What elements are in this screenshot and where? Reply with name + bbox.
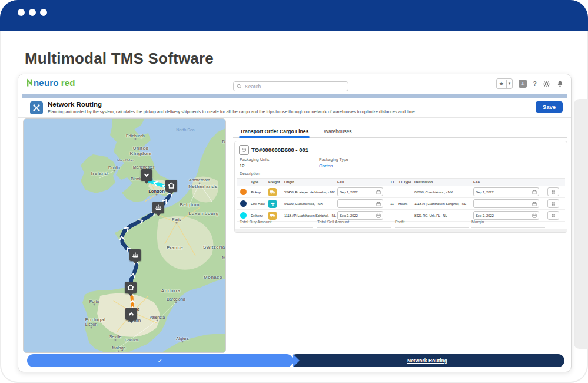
notifications-bell-icon[interactable] bbox=[556, 80, 564, 88]
col-header-tt: TT bbox=[390, 180, 398, 184]
chevron-down-icon: ▾ bbox=[506, 80, 513, 88]
packaging-units-value: 12 bbox=[240, 163, 245, 169]
freight-mode-icon[interactable] bbox=[268, 212, 284, 220]
total-value-underline bbox=[395, 227, 469, 228]
page-accent-strip bbox=[22, 94, 567, 98]
window-dot[interactable] bbox=[18, 9, 25, 16]
warehouse-marker[interactable] bbox=[125, 282, 137, 293]
cargo-table-header: TypeFreightOriginETDTTTT TypeDestination… bbox=[237, 178, 565, 186]
app-window: neuro red ★ ▾ + ? bbox=[18, 74, 572, 372]
col-header-eta: ETA bbox=[473, 180, 543, 184]
eta-date-input[interactable]: Sep 2, 2022 bbox=[473, 211, 539, 220]
port-marker[interactable] bbox=[152, 202, 164, 213]
cargo-line-row: Pickup55450, Ecatepec de Morelos, - MXSe… bbox=[237, 186, 565, 198]
package-icon bbox=[239, 145, 249, 155]
col-header-destination: Destination bbox=[414, 180, 473, 184]
description-label: Description bbox=[240, 171, 260, 176]
cargo-lines-table: TypeFreightOriginETDTTTT TypeDestination… bbox=[237, 178, 565, 222]
wizard-progress-bar: ✓ Network Routing bbox=[18, 354, 571, 367]
col-header-etd: ETD bbox=[337, 180, 390, 184]
wizard-step-completed[interactable]: ✓ bbox=[27, 354, 293, 367]
leg-color-dot bbox=[237, 189, 251, 195]
marketing-card: Multimodal TMS Software neuro red bbox=[0, 0, 588, 383]
settings-gear-icon[interactable] bbox=[543, 80, 550, 88]
app-topbar: neuro red ★ ▾ + ? bbox=[18, 74, 571, 94]
total-label-profit: Profit bbox=[395, 220, 404, 224]
wizard-step-current[interactable]: Network Routing bbox=[290, 354, 564, 367]
page-header-title: Network Routing bbox=[48, 101, 102, 108]
leg-color-dot bbox=[237, 212, 251, 219]
freight-mode-icon[interactable] bbox=[268, 188, 284, 196]
check-icon: ✓ bbox=[158, 358, 162, 364]
eta-date-input[interactable]: Sep 1, 2022 bbox=[473, 187, 539, 196]
warehouse-marker[interactable] bbox=[165, 180, 177, 192]
global-search[interactable] bbox=[233, 81, 348, 91]
eta-date-input[interactable] bbox=[473, 199, 539, 208]
network-routing-icon bbox=[30, 101, 43, 114]
tab-bar: Transport Order Cargo LinesWarehouses bbox=[233, 125, 567, 138]
total-value-underline bbox=[240, 227, 313, 228]
etd-date-input[interactable] bbox=[337, 199, 383, 208]
window-dot[interactable] bbox=[29, 9, 36, 16]
page-header-description: Planning automated by the system, calcul… bbox=[48, 109, 416, 114]
page-title: Multimodal TMS Software bbox=[25, 49, 214, 68]
favorites-star-icon[interactable]: ★ ▾ bbox=[496, 78, 513, 89]
cargo-line-row: Line Haul06000, Cuauhtémoc, - MX11Hours1… bbox=[237, 198, 565, 210]
packaging-type-link[interactable]: Carton bbox=[319, 163, 333, 169]
final-stop-marker[interactable] bbox=[141, 169, 152, 181]
etd-date-input[interactable]: Sep 2, 2022 bbox=[337, 211, 383, 220]
leg-destination: 8321 RG, Urk, FL - NL bbox=[414, 214, 473, 217]
search-input[interactable] bbox=[244, 83, 345, 90]
col-header-freight: Freight bbox=[268, 180, 284, 184]
total-label-margin: Margin bbox=[471, 220, 484, 224]
total-value-underline bbox=[317, 227, 391, 228]
row-action-button[interactable] bbox=[547, 199, 559, 208]
leg-type: Pickup bbox=[251, 190, 268, 194]
logo-glyph-icon bbox=[26, 78, 33, 87]
total-label-total-sell-amount: Total Sell Amount bbox=[317, 220, 349, 224]
scrollbar-strip[interactable] bbox=[574, 99, 588, 349]
search-icon bbox=[237, 84, 241, 89]
col-header-origin: Origin bbox=[284, 180, 337, 184]
tab-warehouses[interactable]: Warehouses bbox=[324, 125, 351, 137]
row-action-button[interactable] bbox=[547, 187, 559, 196]
topbar-icon-row: ★ ▾ + ? bbox=[496, 78, 564, 89]
packaging-type-label: Packaging Type bbox=[319, 157, 348, 161]
window-dot[interactable] bbox=[40, 9, 47, 16]
row-action-button[interactable] bbox=[547, 211, 559, 220]
leg-type: Line Haul bbox=[251, 202, 268, 206]
total-label-total-buy-amount: Total Buy Amount bbox=[240, 220, 271, 224]
neuro-red-logo[interactable]: neuro red bbox=[26, 78, 75, 88]
port-marker[interactable] bbox=[129, 249, 141, 261]
leg-type: Delivery bbox=[251, 214, 268, 217]
route-map[interactable]: North SeaEdinburghUnited KingdomIsle of … bbox=[23, 118, 226, 353]
tab-transport-order-cargo-lines[interactable]: Transport Order Cargo Lines bbox=[240, 125, 308, 137]
card-footer-band bbox=[235, 229, 567, 232]
leg-destination: 06000, Cuauhtémoc, - MX bbox=[414, 190, 473, 194]
leg-origin: 1118 AP, Luchthaven Schiphol, - NL bbox=[284, 214, 337, 217]
etd-date-input[interactable]: Sep 1, 2022 bbox=[337, 187, 383, 196]
leg-tt: 11 bbox=[390, 202, 398, 206]
leg-destination: 1118 AP, Luchthaven Schiphol, - NL bbox=[414, 202, 473, 206]
wizard-current-label: Network Routing bbox=[407, 358, 447, 364]
save-button[interactable]: Save bbox=[536, 101, 563, 113]
leg-origin: 55450, Ecatepec de Morelos, - MX bbox=[284, 190, 337, 194]
packaging-units-label: Packaging Units bbox=[240, 157, 270, 161]
order-number: TO#000000B600 - 001 bbox=[251, 147, 308, 153]
page-header: Network Routing Planning automated by th… bbox=[18, 98, 571, 118]
origin-marker[interactable] bbox=[125, 308, 137, 320]
help-icon[interactable]: ? bbox=[533, 80, 537, 87]
leg-tt-type: Hours bbox=[398, 202, 414, 206]
leg-origin: 06000, Cuauhtémoc, - MX bbox=[284, 202, 337, 206]
add-icon[interactable]: + bbox=[519, 80, 527, 88]
col-header-type: Type bbox=[251, 180, 268, 184]
leg-color-dot bbox=[237, 200, 251, 207]
freight-mode-icon[interactable] bbox=[268, 200, 284, 208]
total-value-underline bbox=[471, 227, 545, 228]
window-titlebar bbox=[0, 0, 588, 31]
transport-order-card: TO#000000B600 - 001 Packaging Units 12 P… bbox=[234, 141, 567, 233]
col-header-tt-type: TT Type bbox=[398, 180, 414, 184]
